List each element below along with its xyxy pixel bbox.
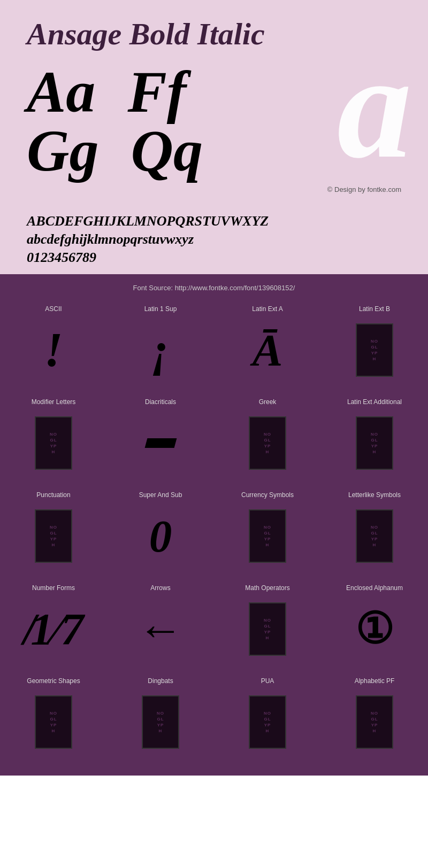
glyph-cell-currencysymbols: Currency Symbols NO GL YP H bbox=[214, 486, 321, 579]
glyph-char-zero: 0 bbox=[149, 514, 172, 559]
glyph-char-fraction2: 1⁄7 bbox=[30, 607, 83, 652]
glyph-display-dingbats: NO GL YP H bbox=[134, 690, 187, 754]
glyph-display-alphabeticpf: NO GL YP H bbox=[348, 690, 401, 754]
glyph-label-latin1sup: Latin 1 Sup bbox=[144, 305, 177, 313]
glyph-label-enclosedalphanum: Enclosed Alphanum bbox=[346, 584, 403, 592]
glyph-cell-ascii: ASCII ! bbox=[0, 300, 107, 393]
font-source: Font Source: http://www.fontke.com/font/… bbox=[0, 280, 428, 300]
glyph-char-inverted-exclamation: ¡ bbox=[151, 326, 170, 374]
glyph-display-numberforms: / 1⁄7 bbox=[27, 597, 80, 661]
letter-pair-aa: Aa bbox=[27, 63, 95, 121]
glyph-label-letterlikesymbols: Letterlike Symbols bbox=[348, 491, 401, 499]
glyph-cell-arrows: Arrows ← bbox=[107, 579, 214, 672]
numbers-alphabet: 0123456789 bbox=[27, 249, 401, 267]
glyph-display-latin1sup: ¡ bbox=[134, 318, 187, 382]
glyph-label-pua: PUA bbox=[261, 677, 274, 685]
glyph-label-greek: Greek bbox=[259, 398, 277, 406]
glyph-cell-letterlikesymbols: Letterlike Symbols NO GL YP H bbox=[321, 486, 428, 579]
letter-pairs: Aa Ff Gg Qq bbox=[27, 63, 203, 180]
glyph-char-amacron: Ā bbox=[253, 328, 283, 373]
glyph-label-latinextb: Latin Ext B bbox=[359, 305, 390, 313]
glyph-label-dingbats: Dingbats bbox=[148, 677, 173, 685]
glyph-label-numberforms: Number Forms bbox=[32, 584, 75, 592]
glyph-label-geometricshapes: Geometric Shapes bbox=[27, 677, 80, 685]
glyph-display-mathoperators: NO GL YP H bbox=[241, 597, 294, 661]
top-section: Ansage Bold Italic Aa Ff Gg Qq a © Desig… bbox=[0, 0, 428, 207]
glyph-cell-enclosedAlphanum: Enclosed Alphanum ① bbox=[321, 579, 428, 672]
glyph-display-arrows: ← bbox=[134, 597, 187, 661]
no-glyph-badge-punctuation: NO GL YP H bbox=[35, 509, 72, 563]
no-glyph-badge-modifierletters: NO GL YP H bbox=[35, 416, 72, 470]
glyph-cell-dingbats: Dingbats NO GL YP H bbox=[107, 672, 214, 765]
no-glyph-badge-currencysymbols: NO GL YP H bbox=[249, 509, 286, 563]
no-glyph-badge-pua: NO GL YP H bbox=[249, 695, 286, 749]
glyph-label-alphabeticpf: Alphabetic PF bbox=[355, 677, 395, 685]
glyph-display-punctuation: NO GL YP H bbox=[27, 504, 80, 568]
no-glyph-badge-letterlikesymbols: NO GL YP H bbox=[356, 509, 393, 563]
glyph-display-superandsub: 0 bbox=[134, 504, 187, 568]
glyph-label-mathoperators: Math Operators bbox=[245, 584, 289, 592]
glyph-display-pua: NO GL YP H bbox=[241, 690, 294, 754]
no-glyph-badge-greek: NO GL YP H bbox=[249, 416, 286, 470]
dash-glyph bbox=[144, 438, 177, 448]
no-glyph-badge-mathoperators: NO GL YP H bbox=[249, 602, 286, 656]
glyph-label-diacriticals: Diacriticals bbox=[145, 398, 176, 406]
glyph-cell-diacriticals: Diacriticals bbox=[107, 393, 214, 486]
letter-display: Aa Ff Gg Qq a bbox=[27, 63, 401, 180]
no-glyph-badge-dingbats: NO GL YP H bbox=[142, 695, 179, 749]
alphabet-section: ABCDEFGHIJKLMNOPQRSTUVWXYZ abcdefghijklm… bbox=[0, 207, 428, 274]
glyph-label-latinexta: Latin Ext A bbox=[252, 305, 282, 313]
glyph-display-latinextb: NO GL YP H bbox=[348, 318, 401, 382]
glyph-display-greek: NO GL YP H bbox=[241, 411, 294, 475]
glyph-grid: ASCII ! Latin 1 Sup ¡ Latin Ext A Ā Lati… bbox=[0, 300, 428, 765]
glyph-char-exclamation: ! bbox=[44, 326, 63, 374]
glyph-cell-superandsub: Super And Sub 0 bbox=[107, 486, 214, 579]
glyph-cell-numberforms: Number Forms / 1⁄7 bbox=[0, 579, 107, 672]
glyph-label-latinextadditional: Latin Ext Additional bbox=[347, 398, 402, 406]
glyph-display-geometricshapes: NO GL YP H bbox=[27, 690, 80, 754]
uppercase-alphabet: ABCDEFGHIJKLMNOPQRSTUVWXYZ bbox=[27, 212, 401, 230]
lowercase-alphabet: abcdefghijklmnopqrstuvwxyz bbox=[27, 230, 401, 249]
glyph-display-enclosedalphanum: ① bbox=[348, 597, 401, 661]
glyph-char-arrow-left: ← bbox=[138, 607, 184, 652]
glyph-cell-latinextadditional: Latin Ext Additional NO GL YP H bbox=[321, 393, 428, 486]
no-glyph-badge-latinextb: NO GL YP H bbox=[356, 323, 393, 377]
no-glyph-badge-geometricshapes: NO GL YP H bbox=[35, 695, 72, 749]
letter-pair-qq: Qq bbox=[131, 121, 202, 180]
glyph-cell-mathoperators: Math Operators NO GL YP H bbox=[214, 579, 321, 672]
glyph-label-punctuation: Punctuation bbox=[36, 491, 70, 499]
glyph-display-modifierletters: NO GL YP H bbox=[27, 411, 80, 475]
glyph-label-currencysymbols: Currency Symbols bbox=[241, 491, 294, 499]
big-letter-a: a bbox=[337, 43, 412, 170]
letter-row-1: Aa Ff bbox=[27, 63, 203, 121]
glyph-display-diacriticals bbox=[134, 411, 187, 475]
dark-section: Font Source: http://www.fontke.com/font/… bbox=[0, 274, 428, 776]
glyph-display-latinextadditional: NO GL YP H bbox=[348, 411, 401, 475]
glyph-cell-geometricshapes: Geometric Shapes NO GL YP H bbox=[0, 672, 107, 765]
glyph-cell-latin1sup: Latin 1 Sup ¡ bbox=[107, 300, 214, 393]
glyph-label-arrows: Arrows bbox=[150, 584, 170, 592]
glyph-cell-pua: PUA NO GL YP H bbox=[214, 672, 321, 765]
glyph-display-letterlikesymbols: NO GL YP H bbox=[348, 504, 401, 568]
letter-pair-gg: Gg bbox=[27, 121, 98, 180]
glyph-display-latinexta: Ā bbox=[241, 318, 294, 382]
glyph-cell-alphabeticpf: Alphabetic PF NO GL YP H bbox=[321, 672, 428, 765]
glyph-cell-punctuation: Punctuation NO GL YP H bbox=[0, 486, 107, 579]
glyph-display-ascii: ! bbox=[27, 318, 80, 382]
glyph-label-superandsub: Super And Sub bbox=[139, 491, 182, 499]
glyph-label-modifierletters: Modifier Letters bbox=[32, 398, 76, 406]
glyph-cell-greek: Greek NO GL YP H bbox=[214, 393, 321, 486]
glyph-cell-latinexta: Latin Ext A Ā bbox=[214, 300, 321, 393]
glyph-cell-modifierletters: Modifier Letters NO GL YP H bbox=[0, 393, 107, 486]
letter-row-2: Gg Qq bbox=[27, 121, 203, 180]
no-glyph-badge-alphabeticpf: NO GL YP H bbox=[356, 695, 393, 749]
letter-pair-ff: Ff bbox=[127, 63, 186, 121]
no-glyph-badge-latinextadditional: NO GL YP H bbox=[356, 416, 393, 470]
glyph-label-ascii: ASCII bbox=[45, 305, 62, 313]
glyph-char-enclosed-one: ① bbox=[355, 608, 394, 650]
glyph-cell-latinextb: Latin Ext B NO GL YP H bbox=[321, 300, 428, 393]
glyph-display-currencysymbols: NO GL YP H bbox=[241, 504, 294, 568]
